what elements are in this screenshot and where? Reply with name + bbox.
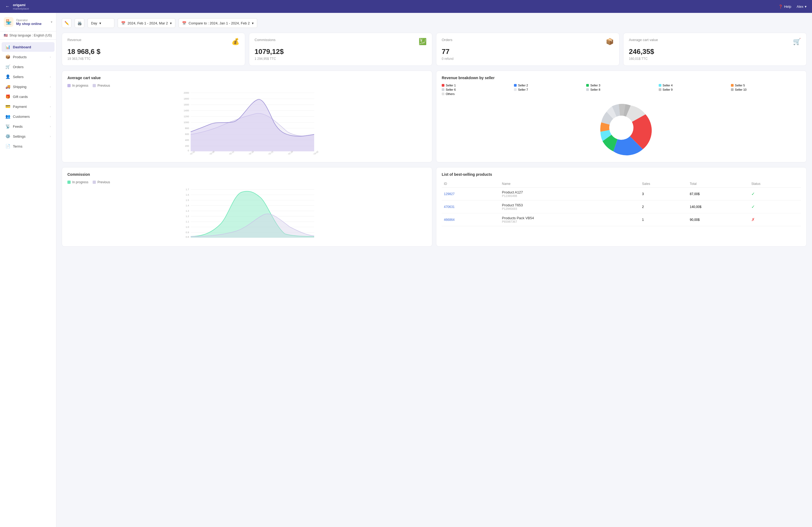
product-sales: 2 bbox=[640, 200, 688, 213]
operator-info: Operator My shop online bbox=[16, 18, 48, 26]
logo: origami marketplace bbox=[13, 3, 29, 10]
svg-text:1.3: 1.3 bbox=[186, 210, 189, 212]
svg-text:200: 200 bbox=[185, 145, 189, 147]
sidebar-item-dashboard[interactable]: 📊 Dashboard bbox=[2, 42, 55, 52]
legend-seller-3: Seller 3 bbox=[586, 84, 656, 87]
product-sku: P65987367 bbox=[502, 220, 638, 223]
dashboard-icon: 📊 bbox=[5, 45, 10, 49]
top-nav-left: ← origami marketplace bbox=[5, 3, 29, 10]
seller3-label: Seller 3 bbox=[590, 84, 600, 87]
products-table: ID Name Sales Total Status 129827 Produc… bbox=[442, 180, 801, 226]
operator-selector[interactable]: 🏪 Operator My shop online ▾ bbox=[0, 13, 56, 31]
sidebar-item-shipping[interactable]: 🚚 Shipping › bbox=[2, 82, 55, 91]
chevron-right-icon: › bbox=[50, 56, 51, 59]
period-label: Day bbox=[91, 21, 97, 25]
date-range-picker[interactable]: 📅 2024, Feb 1 - 2024, Mar 2 ▾ bbox=[118, 18, 175, 28]
seller8-label: Seller 8 bbox=[590, 88, 600, 91]
svg-text:0.8: 0.8 bbox=[186, 236, 189, 238]
chevron-down-icon: ▾ bbox=[252, 21, 254, 25]
sidebar-item-label: Payment bbox=[13, 105, 47, 109]
sidebar-item-label: Settings bbox=[13, 134, 47, 138]
col-total: Total bbox=[688, 180, 749, 187]
sellers-icon: 👤 bbox=[5, 74, 10, 79]
seller9-label: Seller 9 bbox=[663, 88, 673, 91]
chart-legend: In progress Previous bbox=[68, 84, 427, 88]
chevron-right-icon: › bbox=[50, 125, 51, 128]
help-button[interactable]: ❓ Help bbox=[779, 4, 791, 9]
feeds-icon: 📡 bbox=[5, 124, 10, 129]
chart-legend: In progress Previous bbox=[68, 180, 427, 184]
product-id[interactable]: 129827 bbox=[444, 192, 454, 196]
chevron-right-icon: › bbox=[50, 115, 51, 118]
legend-in-progress: In progress bbox=[68, 180, 88, 184]
print-button[interactable]: 🖨️ bbox=[75, 18, 84, 28]
col-sales: Sales bbox=[640, 180, 688, 187]
product-total: 140,00$ bbox=[688, 200, 749, 213]
svg-text:0.9: 0.9 bbox=[186, 231, 189, 234]
main-content: ✏️ 🖨️ Day ▾ 📅 2024, Feb 1 - 2024, Mar 2 … bbox=[56, 13, 812, 527]
legend-seller-9: Seller 9 bbox=[659, 88, 729, 91]
stats-grid: Revenue 💰 18 968,6 $ 19 363,74$ TTC Comm… bbox=[62, 33, 807, 66]
legend-color bbox=[93, 181, 96, 184]
legend-color bbox=[68, 181, 71, 184]
sidebar-item-products[interactable]: 📦 Products › bbox=[2, 52, 55, 62]
svg-text:400: 400 bbox=[185, 139, 189, 141]
sidebar-item-payment[interactable]: 💳 Payment › bbox=[2, 102, 55, 111]
sidebar-item-customers[interactable]: 👥 Customers › bbox=[2, 111, 55, 121]
svg-text:1.6: 1.6 bbox=[186, 194, 189, 196]
orders-icon: 📦 bbox=[606, 38, 614, 45]
product-name: Product A127 bbox=[502, 190, 638, 194]
seller1-label: Seller 1 bbox=[446, 84, 456, 87]
sidebar-item-label: Terms bbox=[13, 144, 51, 148]
best-selling-products: List of best-selling products ID Name Sa… bbox=[436, 167, 807, 246]
chevron-down-icon: ▾ bbox=[170, 21, 172, 25]
sidebar-item-label: Gift cards bbox=[13, 95, 51, 99]
edit-button[interactable]: ✏️ bbox=[62, 18, 71, 28]
product-total: 90,00$ bbox=[688, 213, 749, 226]
legend-previous: Previous bbox=[93, 84, 110, 88]
sidebar-item-orders[interactable]: 🛒 Orders bbox=[2, 62, 55, 72]
sidebar-item-sellers[interactable]: 👤 Sellers › bbox=[2, 72, 55, 81]
svg-text:600: 600 bbox=[185, 133, 189, 136]
user-menu-button[interactable]: Alex ▾ bbox=[797, 4, 807, 9]
legend-previous-label: Previous bbox=[98, 84, 110, 88]
svg-text:800: 800 bbox=[185, 127, 189, 130]
seller5-color bbox=[731, 84, 734, 87]
product-id[interactable]: 470631 bbox=[444, 205, 454, 209]
sidebar-item-settings[interactable]: ⚙️ Settings › bbox=[2, 132, 55, 141]
stat-label: Orders bbox=[442, 38, 452, 42]
svg-text:1.5: 1.5 bbox=[186, 199, 189, 201]
product-sales: 1 bbox=[640, 213, 688, 226]
status-active-icon: ✓ bbox=[751, 205, 755, 209]
seller4-color bbox=[659, 84, 661, 87]
seller4-label: Seller 4 bbox=[663, 84, 673, 87]
sidebar-item-gift-cards[interactable]: 🎁 Gift cards bbox=[2, 92, 55, 102]
col-status: Status bbox=[749, 180, 801, 187]
best-selling-title: List of best-selling products bbox=[442, 172, 801, 177]
svg-text:1600: 1600 bbox=[184, 103, 189, 106]
stat-sub: 19 363,74$ TTC bbox=[68, 57, 240, 61]
cart-icon: 🛒 bbox=[793, 38, 801, 45]
date-range-label: 2024, Feb 1 - 2024, Mar 2 bbox=[128, 21, 168, 25]
seller7-label: Seller 7 bbox=[518, 88, 528, 91]
collapse-button[interactable]: ← bbox=[5, 4, 10, 9]
pie-legend: Seller 1 Seller 2 Seller 3 Seller 4 Sell… bbox=[442, 84, 801, 95]
seller1-color bbox=[442, 84, 445, 87]
compare-picker[interactable]: 📅 Compare to : 2024, Jan 1 - 2024, Feb 2… bbox=[178, 18, 257, 28]
period-selector[interactable]: Day ▾ bbox=[88, 18, 114, 28]
seller6-label: Seller 6 bbox=[446, 88, 456, 91]
product-total: 87,00$ bbox=[688, 187, 749, 200]
product-name: Product T653 bbox=[502, 203, 638, 207]
language-selector[interactable]: 🇺🇸 Shop language : English (US) bbox=[0, 31, 56, 40]
sidebar-item-feeds[interactable]: 📡 Feeds › bbox=[2, 122, 55, 131]
stat-value: 77 bbox=[442, 47, 614, 56]
svg-text:1.0: 1.0 bbox=[186, 226, 189, 228]
product-id[interactable]: 466864 bbox=[444, 218, 454, 222]
top-nav-right: ❓ Help Alex ▾ bbox=[779, 4, 807, 9]
avg-cart-svg-container: 2000 1800 1600 1400 1200 1000 800 600 40… bbox=[68, 90, 427, 156]
top-nav: ← origami marketplace ❓ Help Alex ▾ bbox=[0, 0, 812, 13]
sidebar-item-terms[interactable]: 📄 Terms bbox=[2, 141, 55, 151]
seller3-color bbox=[586, 84, 589, 87]
sidebar-item-label: Sellers bbox=[13, 75, 47, 79]
table-row: 470631 Product T653 P12945693 2 140,00$ … bbox=[442, 200, 801, 213]
